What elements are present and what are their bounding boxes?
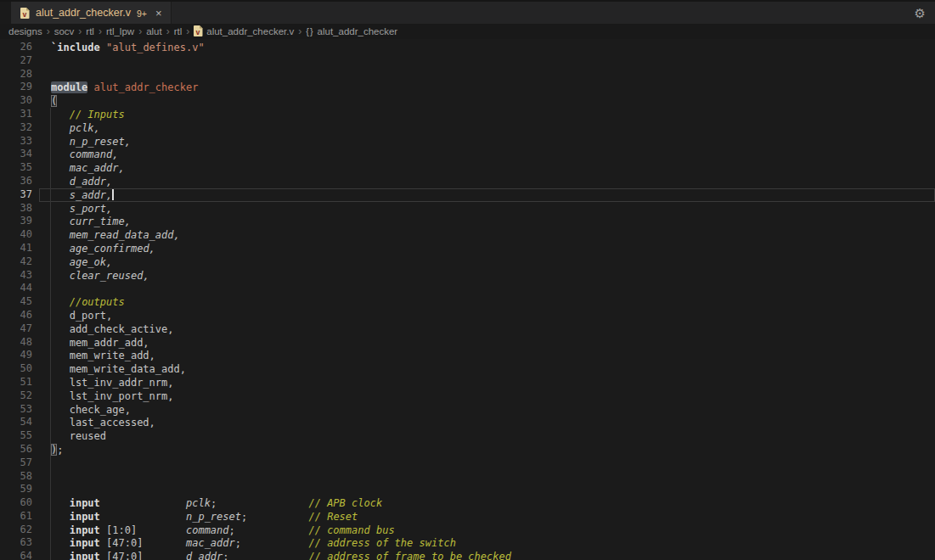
code-line-45[interactable]: 45 //outputs — [0, 295, 935, 309]
gear-icon[interactable]: ⚙ — [915, 7, 926, 20]
breadcrumb-item-alut_addr_checker.v[interactable]: valut_addr_checker.v — [194, 25, 294, 38]
code-line-31[interactable]: 31 // Inputs — [0, 108, 935, 121]
line-number[interactable]: 44 — [0, 282, 32, 295]
line-number[interactable]: 34 — [0, 148, 32, 161]
breadcrumb-item-alut[interactable]: alut — [146, 26, 162, 36]
code-line-32[interactable]: 32 pclk, — [0, 121, 935, 135]
code-line-49[interactable]: 49 mem_write_add, — [0, 349, 935, 362]
code-line-37[interactable]: 37 s_addr, — [0, 188, 935, 202]
code-line-47[interactable]: 47 add_check_active, — [0, 322, 935, 336]
code-line-39[interactable]: 39 curr_time, — [0, 215, 935, 228]
code-text[interactable]: input [1:0] command; // command bus — [39, 524, 935, 537]
code-line-50[interactable]: 50 mem_write_data_add, — [0, 362, 935, 376]
code-line-30[interactable]: 30( — [0, 94, 935, 108]
code-text[interactable]: age_confirmed, — [39, 242, 935, 255]
line-number[interactable]: 48 — [0, 336, 32, 350]
line-number[interactable]: 39 — [0, 215, 32, 228]
line-number[interactable]: 28 — [0, 68, 32, 81]
line-number[interactable]: 29 — [0, 81, 32, 94]
line-number[interactable]: 26 — [0, 41, 32, 54]
code-line-33[interactable]: 33 n_p_reset, — [0, 135, 935, 148]
line-number[interactable]: 47 — [0, 322, 32, 336]
breadcrumb-item-socv[interactable]: socv — [54, 26, 75, 36]
code-line-34[interactable]: 34 command, — [0, 148, 935, 161]
line-number[interactable]: 31 — [0, 108, 32, 121]
code-text[interactable] — [39, 470, 935, 484]
line-number[interactable]: 62 — [0, 524, 32, 537]
code-line-51[interactable]: 51 lst_inv_addr_nrm, — [0, 376, 935, 389]
line-number[interactable]: 60 — [0, 496, 32, 510]
code-text[interactable]: age_ok, — [39, 255, 935, 269]
code-text[interactable]: `include "alut_defines.v" — [39, 41, 935, 54]
code-text[interactable]: s_addr, — [39, 188, 935, 202]
code-text[interactable]: d_port, — [39, 309, 935, 322]
breadcrumb-item-alut_addr_checker[interactable]: {}alut_addr_checker — [306, 26, 397, 36]
line-number[interactable]: 59 — [0, 483, 32, 496]
code-text[interactable]: input [47:0] d_addr; // address of frame… — [39, 550, 935, 560]
code-line-27[interactable]: 27 — [0, 54, 935, 68]
code-text[interactable]: command, — [39, 148, 935, 161]
code-line-41[interactable]: 41 age_confirmed, — [0, 242, 935, 255]
code-text[interactable]: lst_inv_port_nrm, — [39, 389, 935, 403]
code-text[interactable] — [39, 483, 935, 496]
line-number[interactable]: 49 — [0, 349, 32, 362]
code-line-64[interactable]: 64 input [47:0] d_addr; // address of fr… — [0, 550, 935, 560]
code-line-62[interactable]: 62 input [1:0] command; // command bus — [0, 524, 935, 537]
code-text[interactable]: clear_reused, — [39, 269, 935, 283]
code-line-43[interactable]: 43 clear_reused, — [0, 269, 935, 283]
code-line-28[interactable]: 28 — [0, 68, 935, 81]
line-number[interactable]: 61 — [0, 510, 32, 524]
code-text[interactable]: module alut_addr_checker — [39, 81, 935, 94]
line-number[interactable]: 40 — [0, 228, 32, 242]
code-text[interactable]: n_p_reset, — [39, 135, 935, 148]
line-number[interactable]: 55 — [0, 429, 32, 443]
code-line-38[interactable]: 38 s_port, — [0, 202, 935, 216]
code-line-63[interactable]: 63 input [47:0] mac_addr; // address of … — [0, 536, 935, 550]
code-line-59[interactable]: 59 — [0, 483, 935, 496]
code-text[interactable]: input [47:0] mac_addr; // address of the… — [39, 536, 935, 550]
code-line-29[interactable]: 29module alut_addr_checker — [0, 81, 935, 94]
code-text[interactable]: input pclk; // APB clock — [39, 496, 935, 510]
line-number[interactable]: 43 — [0, 269, 32, 283]
code-text[interactable]: mem_write_add, — [39, 349, 935, 362]
line-number[interactable]: 63 — [0, 536, 32, 550]
close-icon[interactable]: × — [155, 8, 162, 19]
breadcrumb-item-designs[interactable]: designs — [8, 26, 42, 36]
code-text[interactable] — [39, 282, 935, 295]
code-text[interactable]: curr_time, — [39, 215, 935, 228]
code-text[interactable]: mem_write_data_add, — [39, 362, 935, 376]
code-text[interactable]: //outputs — [39, 295, 935, 309]
line-number[interactable]: 58 — [0, 470, 32, 484]
code-line-56[interactable]: 56); — [0, 443, 935, 456]
line-number[interactable]: 37 — [0, 188, 32, 202]
code-text[interactable] — [39, 54, 935, 68]
line-number[interactable]: 36 — [0, 175, 32, 188]
code-line-42[interactable]: 42 age_ok, — [0, 255, 935, 269]
code-line-61[interactable]: 61 input n_p_reset; // Reset — [0, 510, 935, 524]
line-number[interactable]: 53 — [0, 403, 32, 417]
code-line-58[interactable]: 58 — [0, 470, 935, 484]
code-text[interactable] — [39, 68, 935, 81]
code-text[interactable]: reused — [39, 429, 935, 443]
line-number[interactable]: 54 — [0, 416, 32, 429]
line-number[interactable]: 51 — [0, 376, 32, 389]
line-number[interactable]: 30 — [0, 94, 32, 108]
code-text[interactable]: check_age, — [39, 403, 935, 417]
code-text[interactable]: ); — [39, 443, 935, 456]
code-text[interactable]: mac_addr, — [39, 161, 935, 175]
line-number[interactable]: 52 — [0, 389, 32, 403]
line-number[interactable]: 50 — [0, 362, 32, 376]
code-line-55[interactable]: 55 reused — [0, 429, 935, 443]
code-line-40[interactable]: 40 mem_read_data_add, — [0, 228, 935, 242]
line-number[interactable]: 35 — [0, 161, 32, 175]
code-text[interactable]: // Inputs — [39, 108, 935, 121]
code-text[interactable]: last_accessed, — [39, 416, 935, 429]
code-text[interactable]: pclk, — [39, 121, 935, 135]
code-text[interactable]: mem_addr_add, — [39, 336, 935, 350]
code-text[interactable]: mem_read_data_add, — [39, 228, 935, 242]
code-text[interactable]: add_check_active, — [39, 322, 935, 336]
breadcrumb-item-rtl_lpw[interactable]: rtl_lpw — [106, 26, 134, 36]
code-line-52[interactable]: 52 lst_inv_port_nrm, — [0, 389, 935, 403]
line-number[interactable]: 41 — [0, 242, 32, 255]
tab-alut-addr-checker[interactable]: v alut_addr_checker.v 9+ × — [11, 2, 172, 24]
